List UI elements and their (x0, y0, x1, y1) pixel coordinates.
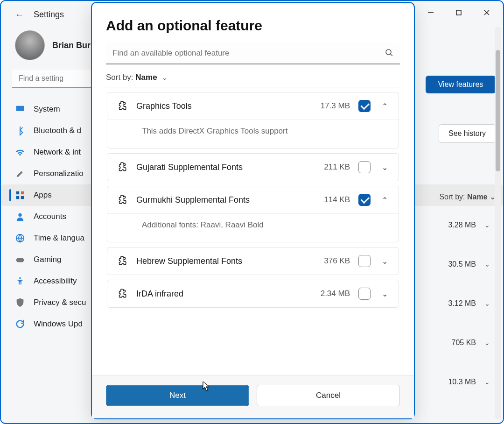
feature-checkbox[interactable] (358, 255, 371, 267)
feature-description: Additional fonts: Raavi, Raavi Bold (107, 213, 399, 242)
feature-size: 211 KB (313, 163, 350, 172)
bluetooth-icon (15, 126, 25, 136)
feature-name: Gujarati Supplemental Fonts (136, 163, 304, 172)
sidebar-item-label: Bluetooth & d (34, 126, 81, 135)
user-name-label: Brian Bur (52, 41, 91, 50)
feature-name: IrDA infrared (136, 289, 304, 299)
installed-feature-row[interactable]: 3.28 MB⌄ (412, 214, 496, 236)
svg-rect-5 (16, 191, 19, 194)
background-right-panel: View features See history Sort by: Name … (402, 76, 496, 393)
close-button[interactable] (475, 3, 498, 22)
sidebar-item-label: Accessibility (34, 276, 77, 286)
svg-rect-1 (456, 10, 461, 15)
chevron-up-icon[interactable]: ⌃ (379, 196, 390, 205)
sidebar-item-label: Windows Upd (34, 319, 83, 329)
refresh-icon (15, 319, 25, 329)
size-label: 3.28 MB (448, 221, 476, 229)
installed-feature-row[interactable]: 30.5 MB⌄ (412, 254, 496, 275)
chevron-down-icon: ⌄ (484, 221, 490, 229)
bg-sort-label[interactable]: Sort by: Name ⌄ (439, 192, 496, 201)
feature-row[interactable]: Gujarati Supplemental Fonts211 KB⌄ (107, 154, 399, 181)
svg-point-12 (19, 277, 21, 279)
feature-row[interactable]: IrDA infrared2.34 MB⌄ (107, 280, 399, 307)
sidebar-item-label: Gaming (34, 255, 62, 264)
svg-line-14 (391, 54, 392, 56)
wifi-icon (15, 147, 25, 157)
feature-item: Graphics Tools17.3 MB⌃This adds DirectX … (107, 92, 399, 148)
shield-icon (15, 297, 25, 308)
dialog-title: Add an optional feature (106, 18, 400, 34)
feature-name: Hebrew Supplemental Fonts (136, 256, 304, 266)
puzzle-icon (116, 100, 128, 112)
feature-item: Gujarati Supplemental Fonts211 KB⌄ (107, 153, 399, 181)
sidebar-item-label: System (34, 105, 60, 114)
feature-size: 17.3 MB (313, 101, 350, 111)
svg-rect-6 (21, 191, 24, 194)
feature-checkbox[interactable] (358, 194, 371, 206)
apps-icon (15, 190, 25, 200)
person-icon (15, 212, 25, 222)
accessibility-icon (15, 276, 25, 286)
svg-point-13 (386, 49, 391, 55)
minimize-button[interactable] (419, 3, 442, 22)
size-label: 3.12 MB (448, 299, 476, 308)
puzzle-icon (116, 255, 128, 267)
feature-checkbox[interactable] (358, 288, 371, 300)
feature-row[interactable]: Hebrew Supplemental Fonts376 KB⌄ (107, 247, 399, 275)
svg-point-9 (18, 213, 21, 217)
installed-feature-row[interactable]: 10.3 MB⌄ (412, 371, 496, 393)
svg-rect-4 (16, 106, 24, 111)
size-label: 30.5 MB (448, 260, 476, 269)
gamepad-icon (15, 254, 25, 265)
chevron-down-icon: ⌄ (484, 339, 490, 346)
globe-icon (15, 233, 25, 243)
brush-icon (15, 169, 25, 179)
chevron-down-icon[interactable]: ⌄ (379, 163, 390, 172)
puzzle-icon (116, 288, 128, 300)
chevron-up-icon[interactable]: ⌃ (379, 102, 390, 111)
feature-item: IrDA infrared2.34 MB⌄ (107, 280, 399, 308)
feature-item: Hebrew Supplemental Fonts376 KB⌄ (107, 247, 399, 275)
app-title: Settings (34, 10, 64, 20)
feature-description: This adds DirectX Graphics Tools support (107, 120, 399, 148)
feature-size: 114 KB (313, 195, 350, 205)
sort-by[interactable]: Sort by: Name ⌄ (106, 73, 400, 82)
puzzle-icon (116, 161, 128, 173)
feature-size: 2.34 MB (313, 289, 350, 298)
chevron-down-icon: ⌄ (484, 261, 490, 268)
feature-name: Graphics Tools (136, 101, 304, 111)
feature-row[interactable]: Graphics Tools17.3 MB⌃ (107, 92, 399, 120)
chevron-down-icon[interactable]: ⌄ (379, 257, 390, 266)
back-icon[interactable]: ← (15, 9, 24, 20)
add-feature-dialog: Add an optional feature Sort by: Name ⌄ … (91, 2, 415, 419)
installed-feature-row[interactable]: 3.12 MB⌄ (412, 293, 496, 314)
installed-feature-row[interactable]: 705 KB⌄ (412, 332, 496, 353)
svg-rect-11 (16, 258, 24, 262)
feature-size: 376 KB (313, 256, 350, 266)
size-label: 10.3 MB (448, 378, 476, 386)
feature-row[interactable]: Gurmukhi Supplemental Fonts114 KB⌃ (107, 186, 399, 213)
scrollbar[interactable] (495, 27, 501, 419)
sidebar-item-label: Personalizatio (34, 169, 84, 178)
chevron-down-icon: ⌄ (162, 74, 168, 81)
feature-search[interactable] (106, 43, 400, 64)
next-button[interactable]: Next (106, 385, 249, 406)
sidebar-item-label: Network & int (34, 148, 81, 157)
search-icon (385, 49, 393, 59)
sidebar-item-label: Apps (34, 191, 52, 200)
titlebar (414, 1, 503, 24)
dialog-footer: Next Cancel (92, 375, 414, 418)
cancel-button[interactable]: Cancel (257, 385, 400, 406)
monitor-icon (15, 104, 25, 114)
see-history-button[interactable]: See history (439, 124, 496, 143)
maximize-button[interactable] (447, 3, 470, 22)
sidebar-item-label: Accounts (34, 212, 66, 221)
view-features-button[interactable]: View features (426, 76, 496, 93)
avatar (15, 30, 45, 60)
sidebar-item-label: Time & langua (34, 233, 84, 243)
svg-rect-7 (16, 196, 19, 199)
chevron-down-icon[interactable]: ⌄ (379, 290, 390, 298)
feature-checkbox[interactable] (358, 100, 371, 112)
feature-checkbox[interactable] (358, 161, 371, 173)
feature-search-input[interactable] (106, 43, 400, 64)
